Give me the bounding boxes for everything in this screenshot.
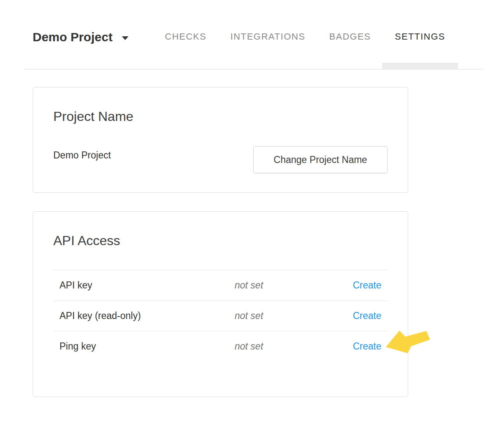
ping-key-create-link[interactable]: Create [353, 341, 381, 352]
project-selector-label: Demo Project [33, 30, 112, 44]
api-key-value: not set [235, 280, 263, 291]
caret-down-icon [122, 36, 128, 40]
table-row-api-key: API key not set Create [53, 270, 388, 300]
tab-integrations[interactable]: INTEGRATIONS [231, 31, 305, 42]
project-name-value: Demo Project [53, 149, 111, 161]
ping-key-label: Ping key [59, 341, 235, 352]
table-row-api-key-readonly: API key (read-only) not set Create [53, 300, 388, 331]
api-access-card-title: API Access [53, 233, 120, 248]
project-name-card: Project Name Demo Project Change Project… [33, 87, 408, 193]
api-key-readonly-label: API key (read-only) [59, 310, 235, 321]
table-row-ping-key: Ping key not set Create [53, 331, 388, 361]
project-name-card-title: Project Name [53, 109, 133, 124]
tab-checks[interactable]: CHECKS [165, 31, 207, 42]
ping-key-value: not set [235, 341, 263, 352]
tab-badges[interactable]: BADGES [329, 31, 371, 42]
api-key-create-link[interactable]: Create [353, 280, 381, 291]
tab-settings[interactable]: SETTINGS [395, 31, 445, 42]
nav-tabs: CHECKS INTEGRATIONS BADGES SETTINGS [165, 31, 445, 42]
header-divider [24, 69, 484, 70]
api-key-readonly-value: not set [235, 310, 263, 321]
api-key-label: API key [59, 280, 235, 291]
change-project-name-button[interactable]: Change Project Name [253, 146, 388, 173]
project-selector[interactable]: Demo Project [33, 30, 128, 44]
api-key-readonly-create-link[interactable]: Create [353, 310, 381, 321]
project-settings-page: Demo Project CHECKS INTEGRATIONS BADGES … [0, 0, 504, 437]
api-access-card: API Access API key not set Create API ke… [33, 211, 408, 397]
